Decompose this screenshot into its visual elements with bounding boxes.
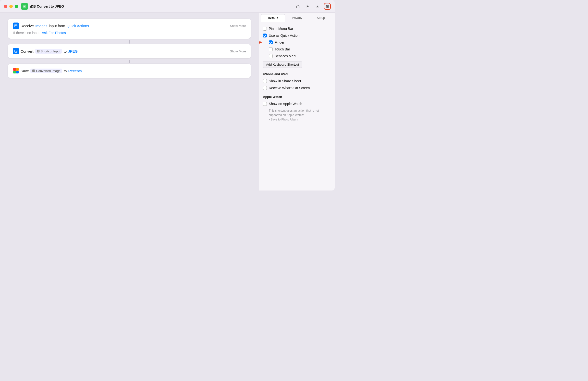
show-watch-checkbox[interactable] xyxy=(263,102,267,106)
receive-action-card: Receive Images input from Quick Actions … xyxy=(8,19,251,39)
pin-menu-bar-checkbox[interactable] xyxy=(263,27,267,31)
touch-bar-row: Touch Bar xyxy=(263,46,331,52)
touch-bar-checkbox[interactable] xyxy=(269,47,273,51)
pin-menu-bar-label: Pin in Menu Bar xyxy=(269,27,293,31)
tab-setup[interactable]: Setup xyxy=(309,14,333,22)
connector-2 xyxy=(8,59,251,64)
convert-to: to xyxy=(63,49,67,53)
share-sheet-checkbox[interactable] xyxy=(263,79,267,83)
save-to: to xyxy=(64,69,67,73)
convert-row: Convert Shortcut Input to JPEG xyxy=(13,48,78,54)
jpeg-link[interactable]: JPEG xyxy=(68,49,78,53)
ask-for-link[interactable]: Ask For xyxy=(42,31,54,35)
receive-label: Receive xyxy=(21,24,34,28)
on-screen-label: Receive What's On Screen xyxy=(269,86,310,90)
services-menu-row: Services Menu xyxy=(263,53,331,59)
app-title: iDB Convert to JPEG xyxy=(30,4,64,8)
on-screen-row: Receive What's On Screen xyxy=(263,85,331,91)
titlebar: iDB Convert to JPEG xyxy=(0,0,335,13)
titlebar-actions xyxy=(294,3,331,10)
save-icon xyxy=(13,68,19,74)
app-icon xyxy=(21,3,28,10)
pin-menu-bar-row: Pin in Menu Bar xyxy=(263,26,331,31)
use-quick-action-checkbox[interactable] xyxy=(263,34,267,38)
convert-show-more[interactable]: Show More xyxy=(230,49,246,53)
sidebar-tabs: Details Privacy Setup xyxy=(259,13,335,22)
save-action-card: Save Converted Image to Recents xyxy=(8,64,251,78)
on-screen-checkbox[interactable] xyxy=(263,86,267,90)
tab-details[interactable]: Details xyxy=(261,14,285,22)
touch-bar-label: Touch Bar xyxy=(275,47,290,51)
services-menu-label: Services Menu xyxy=(275,54,297,58)
finder-row: Finder xyxy=(263,40,331,45)
sidebar: Details Privacy Setup Pin in Menu Bar Us… xyxy=(259,13,335,191)
svg-point-11 xyxy=(327,7,327,8)
receive-icon xyxy=(13,22,19,29)
photos-link[interactable]: Photos xyxy=(55,31,66,35)
finder-arrow xyxy=(259,41,262,44)
main-layout: Receive Images input from Quick Actions … xyxy=(0,13,335,191)
arrow-head xyxy=(259,41,262,44)
connector-1 xyxy=(8,40,251,44)
show-watch-row: Show on Apple Watch xyxy=(263,101,331,106)
share-button[interactable] xyxy=(294,3,301,10)
save-label: Save xyxy=(21,69,29,73)
share-sheet-label: Show in Share Sheet xyxy=(269,79,301,83)
play-button[interactable] xyxy=(304,3,311,10)
traffic-lights xyxy=(4,5,18,8)
add-keyboard-shortcut-label: Add Keyboard Shortcut xyxy=(266,63,299,66)
receive-quick-actions-link[interactable]: Quick Actions xyxy=(67,24,89,28)
no-input-label: If there's no input: xyxy=(13,31,41,35)
details-button[interactable] xyxy=(324,3,331,10)
svg-marker-2 xyxy=(307,5,309,8)
converted-image-chip[interactable]: Converted Image xyxy=(30,69,62,73)
receive-images-link[interactable]: Images xyxy=(35,24,47,28)
apple-watch-section-header: Apple Watch xyxy=(263,95,331,99)
tab-privacy[interactable]: Privacy xyxy=(285,14,309,22)
connector-line-2 xyxy=(129,60,130,63)
recents-link[interactable]: Recents xyxy=(68,69,82,73)
shortcut-input-label: Shortcut Input xyxy=(41,49,61,53)
share-sheet-row: Show in Share Sheet xyxy=(263,78,331,84)
app-icon-wrap: iDB Convert to JPEG xyxy=(21,3,64,10)
finder-checkbox[interactable] xyxy=(269,40,273,44)
receive-sub-row: If there's no input: Ask For Photos xyxy=(13,31,246,35)
svg-point-10 xyxy=(327,6,328,7)
maximize-button[interactable] xyxy=(15,5,18,8)
add-keyboard-shortcut-button[interactable]: Add Keyboard Shortcut xyxy=(263,61,302,68)
canvas-area: Receive Images input from Quick Actions … xyxy=(0,13,259,191)
finder-label: Finder xyxy=(275,40,284,44)
use-quick-action-label: Use as Quick Action xyxy=(269,34,299,38)
show-watch-label: Show on Apple Watch xyxy=(269,102,302,106)
convert-action-card: Convert Shortcut Input to JPEG Show More xyxy=(8,44,251,58)
receive-header: Receive Images input from Quick Actions … xyxy=(13,22,246,29)
services-menu-checkbox[interactable] xyxy=(269,54,273,58)
convert-header: Convert Shortcut Input to JPEG Show More xyxy=(13,48,246,54)
shortcut-input-chip[interactable]: Shortcut Input xyxy=(35,49,62,54)
close-button[interactable] xyxy=(4,5,7,8)
receive-show-more[interactable]: Show More xyxy=(230,24,246,28)
svg-point-9 xyxy=(326,5,327,6)
converted-image-label: Converted Image xyxy=(36,69,61,73)
sidebar-content: Pin in Menu Bar Use as Quick Action Find… xyxy=(259,22,335,126)
receive-input-from: input from xyxy=(49,24,65,28)
connector-line-1 xyxy=(129,40,130,44)
minimize-button[interactable] xyxy=(9,5,13,8)
apple-watch-note: This shortcut uses an action that is not… xyxy=(263,108,331,122)
save-row: Save Converted Image to Recents xyxy=(13,68,246,74)
receive-row: Receive Images input from Quick Actions xyxy=(13,22,89,29)
convert-label: Convert xyxy=(21,49,34,53)
use-quick-action-row: Use as Quick Action xyxy=(263,33,331,38)
convert-icon xyxy=(13,48,19,54)
add-action-button[interactable] xyxy=(314,3,321,10)
iphone-ipad-section-header: iPhone and iPad xyxy=(263,72,331,76)
